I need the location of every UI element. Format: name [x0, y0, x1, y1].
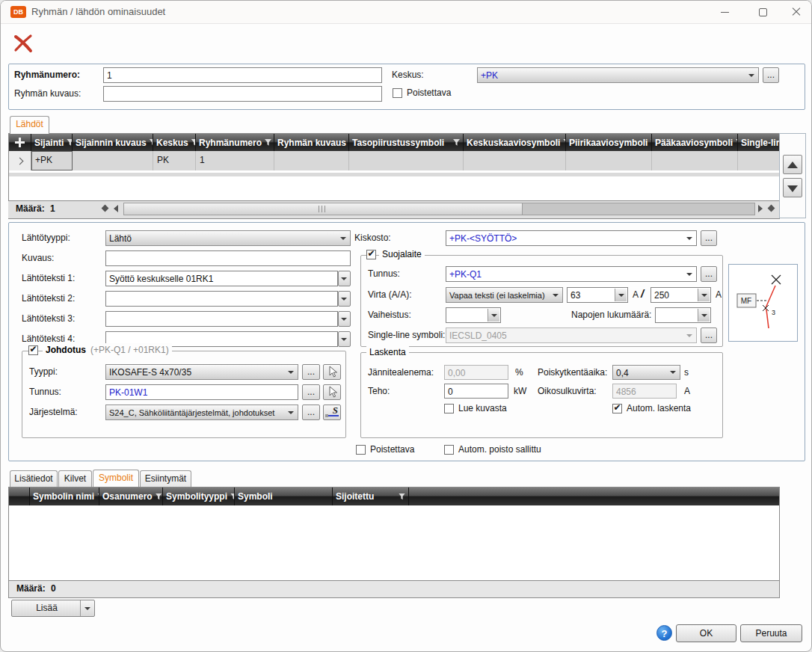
suojalaite-tunnus-combobox[interactable]: +PK-Q1 — [446, 266, 697, 282]
h-scrollbar-thumb[interactable] — [124, 203, 523, 215]
tunnus-browse-button[interactable]: ... — [302, 384, 320, 400]
johdotus-tunnus-input[interactable]: PK-01W1 — [105, 384, 298, 400]
tunnus-pick-button[interactable] — [323, 384, 341, 400]
lue-kuvasta-checkbox[interactable] — [444, 404, 454, 413]
lahtoteksti2-dropdown-button[interactable] — [338, 291, 351, 307]
col-sijainti[interactable]: Sijainti — [31, 134, 73, 151]
cell-piirikaaviosymboli[interactable] — [566, 151, 652, 170]
virta-value1-combobox[interactable]: 63 — [567, 287, 628, 303]
vaiheistus-combobox[interactable] — [446, 307, 501, 323]
autom-laskenta-checkbox[interactable]: ✔ — [612, 404, 622, 413]
col-sijainnin-kuvaus[interactable]: Sijainnin kuvaus — [73, 134, 153, 151]
cell-sijainti[interactable]: +PK — [31, 151, 73, 170]
keskus-combobox[interactable]: +PK — [477, 67, 759, 83]
col-keskuskaaviosymboli[interactable]: Keskuskaaviosymboli — [464, 134, 566, 151]
lahtotyyppi-combobox[interactable]: Lähtö — [105, 230, 351, 246]
jarjestelma-browse-button[interactable]: ... — [302, 405, 320, 420]
lisaa-dropdown[interactable] — [80, 600, 94, 616]
virta-mode-combobox[interactable]: Vapaa teksti (ei laskelmia) — [446, 287, 563, 303]
ryhmanumero-input[interactable]: 1 — [103, 67, 382, 83]
tyyppi-browse-button[interactable]: ... — [302, 364, 320, 380]
h-scrollbar-track[interactable] — [123, 203, 755, 215]
tab-lahdot[interactable]: Lähdöt — [10, 116, 49, 134]
scroll-left-button[interactable] — [114, 205, 118, 212]
keskus-browse-button[interactable]: ... — [763, 67, 779, 83]
cell-tasopiirustussymboli[interactable] — [349, 151, 464, 170]
poiskytkentaaika-combobox[interactable]: 0,4 — [612, 365, 680, 380]
lahtoteksti3-input[interactable] — [105, 311, 338, 327]
tab-lisatiedot[interactable]: Lisätiedot — [10, 470, 58, 487]
teho-input[interactable]: 0 — [444, 384, 508, 399]
filter-icon[interactable] — [453, 139, 460, 146]
kiskosto-combobox[interactable]: +PK-<SYÖTTÖ> — [446, 230, 697, 246]
scroll-home-icon[interactable] — [102, 206, 108, 211]
col-tasopiirustussymboli[interactable]: Tasopiirustussymboli — [349, 134, 464, 151]
lahtoteksti4-dropdown-button[interactable] — [338, 331, 351, 347]
filter-icon[interactable] — [156, 493, 162, 500]
dropdown-button[interactable] — [615, 289, 627, 301]
tab-kilvet[interactable]: Kilvet — [58, 470, 92, 487]
cell-keskuskaaviosymboli[interactable] — [464, 151, 566, 170]
system-button[interactable]: S — [323, 405, 341, 420]
scroll-right-button[interactable] — [758, 205, 763, 212]
tab-esiintymat[interactable]: Esiintymät — [140, 470, 191, 487]
cell-sijainnin-kuvaus[interactable] — [73, 151, 153, 170]
maximize-button[interactable] — [748, 1, 778, 23]
poistettava-checkbox-mid[interactable] — [356, 445, 366, 455]
cell-keskus[interactable]: PK — [153, 151, 196, 170]
ok-button[interactable]: OK — [676, 624, 736, 642]
cancel-button[interactable]: Peruuta — [740, 624, 802, 642]
lahtoteksti1-input[interactable]: Syöttö keskukselle 01RK1 — [105, 271, 338, 286]
dropdown-button[interactable] — [698, 309, 710, 322]
add-row-button[interactable] — [9, 134, 31, 151]
dropdown-button[interactable] — [698, 289, 710, 301]
kiskosto-browse-button[interactable]: ... — [701, 230, 717, 246]
col-ryhman-kuvaus[interactable]: Ryhmän kuvaus — [274, 134, 349, 151]
table-row[interactable]: +PK PK 1 — [9, 151, 779, 170]
col-sijoitettu[interactable]: Sijoitettu — [333, 488, 409, 505]
napojen-combobox[interactable] — [655, 307, 711, 323]
col-keskus[interactable]: Keskus — [153, 134, 196, 151]
close-button[interactable] — [781, 1, 811, 23]
new-row-strip[interactable] — [9, 173, 779, 176]
cell-paakaaviosymboli[interactable] — [652, 151, 738, 170]
suojalaite-tunnus-browse-button[interactable]: ... — [701, 266, 717, 282]
col-single-line[interactable]: Single-line symboli — [738, 134, 779, 151]
jarjestelma-combobox[interactable]: S24_C, Sähköliitäntäjärjestelmät, johdot… — [105, 405, 298, 420]
lisaa-button[interactable]: Lisää — [11, 600, 95, 617]
cell-ryhman-kuvaus[interactable] — [274, 151, 349, 170]
col-osanumero[interactable]: Osanumero — [99, 488, 163, 505]
col-symboli[interactable]: Symboli — [235, 488, 333, 505]
col-piirikaaviosymboli[interactable]: Piirikaaviosymboli — [566, 134, 652, 151]
single-line-browse-button[interactable]: ... — [701, 327, 717, 343]
move-up-button[interactable] — [783, 155, 802, 174]
lahtoteksti2-input[interactable] — [105, 291, 338, 307]
dropdown-button[interactable] — [487, 309, 499, 322]
johdotus-checkbox[interactable]: ✔ — [28, 345, 38, 355]
move-down-button[interactable] — [783, 178, 802, 197]
virta-value2-combobox[interactable]: 250 — [650, 287, 711, 303]
col-paakaaviosymboli[interactable]: Pääkaaviosymboli — [652, 134, 738, 151]
col-ryhmanumero[interactable]: Ryhmänumero — [196, 134, 274, 151]
col-symbolin-nimi[interactable]: Symbolin nimi — [30, 488, 99, 505]
poistettava-checkbox-top[interactable] — [393, 88, 402, 98]
cell-single-line[interactable] — [738, 151, 779, 170]
kuvaus-input[interactable] — [105, 250, 351, 266]
autom-poisto-checkbox[interactable] — [444, 445, 454, 455]
suojalaite-checkbox[interactable]: ✔ — [366, 250, 376, 259]
tyyppi-pick-button[interactable] — [323, 364, 341, 380]
filter-icon[interactable] — [67, 139, 73, 146]
row-selector[interactable] — [9, 151, 31, 170]
scroll-end-icon[interactable] — [769, 206, 774, 211]
lahtoteksti1-dropdown-button[interactable] — [338, 271, 351, 286]
minimize-button[interactable] — [710, 1, 740, 23]
lahtoteksti3-dropdown-button[interactable] — [338, 311, 351, 327]
tyyppi-combobox[interactable]: IKOSAFE-S 4x70/35 — [105, 364, 298, 380]
cell-ryhmanumero[interactable]: 1 — [196, 151, 274, 170]
help-button[interactable]: ? — [656, 625, 672, 641]
symbols-grid-body[interactable] — [9, 505, 779, 580]
filter-icon[interactable] — [399, 493, 405, 500]
filter-icon[interactable] — [265, 139, 271, 146]
tab-symbolit[interactable]: Symbolit — [93, 470, 139, 487]
col-symbolityyppi[interactable]: Symbolityyppi — [163, 488, 235, 505]
